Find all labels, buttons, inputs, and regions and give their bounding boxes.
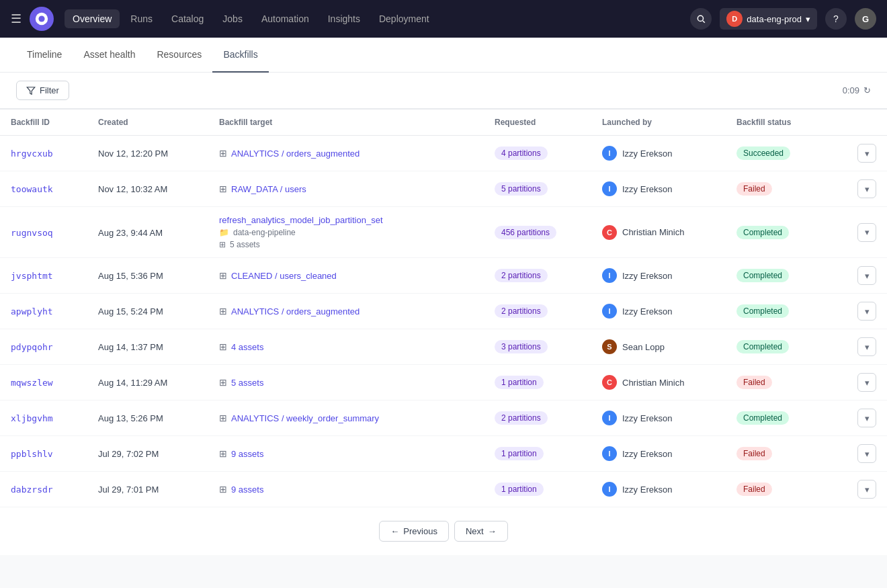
backfill-id-pdypqohr[interactable]: pdypqohr bbox=[11, 342, 53, 352]
workspace-selector[interactable]: D data-eng-prod ▾ bbox=[720, 8, 817, 30]
partition-badge: 1 partition bbox=[495, 376, 544, 389]
table-row: dabzrsdrJul 29, 7:01 PM ⊞ 9 assets 1 par… bbox=[0, 472, 887, 507]
backfill-id-dabzrsdr[interactable]: dabzrsdr bbox=[11, 485, 53, 495]
assets-icon: ⊞ bbox=[219, 341, 227, 352]
target-link[interactable]: ⊞ RAW_DATA / users bbox=[219, 183, 473, 194]
expand-button[interactable]: ▾ bbox=[857, 144, 876, 163]
tab-backfills[interactable]: Backfills bbox=[212, 38, 268, 73]
expand-button[interactable]: ▾ bbox=[857, 179, 876, 198]
nav-insights[interactable]: Insights bbox=[320, 9, 368, 28]
filter-icon bbox=[26, 86, 36, 95]
target-link[interactable]: ⊞ 5 assets bbox=[219, 377, 473, 388]
filter-button[interactable]: Filter bbox=[16, 81, 69, 100]
menu-icon[interactable]: ☰ bbox=[11, 11, 22, 26]
created-date: Jul 29, 7:01 PM bbox=[98, 485, 159, 495]
target-cell: ⊞ ANALYTICS / orders_augmented bbox=[219, 306, 473, 317]
tab-timeline[interactable]: Timeline bbox=[16, 38, 73, 73]
expand-button[interactable]: ▾ bbox=[857, 409, 876, 427]
target-link[interactable]: ⊞ 4 assets bbox=[219, 341, 473, 352]
tab-asset-health[interactable]: Asset health bbox=[73, 38, 146, 73]
assets-icon: ⊞ bbox=[219, 448, 227, 459]
help-button[interactable]: ? bbox=[825, 8, 847, 30]
pagination: ← Previous Next → bbox=[0, 507, 887, 555]
target-link[interactable]: ⊞ 9 assets bbox=[219, 448, 473, 459]
status-badge: Completed bbox=[736, 269, 789, 282]
user-name: Sean Lopp bbox=[622, 342, 665, 352]
user-name: Izzy Erekson bbox=[622, 485, 672, 495]
logo[interactable] bbox=[30, 7, 54, 31]
status-badge: Failed bbox=[736, 447, 772, 460]
target-link[interactable]: ⊞ ANALYTICS / orders_augmented bbox=[219, 148, 473, 159]
partition-badge: 1 partition bbox=[495, 482, 544, 496]
target-link[interactable]: ⊞ ANALYTICS / orders_augmented bbox=[219, 306, 473, 317]
created-date: Aug 23, 9:44 AM bbox=[98, 228, 163, 238]
backfill-id-apwplyht[interactable]: apwplyht bbox=[11, 306, 53, 317]
user-name: Izzy Erekson bbox=[622, 149, 672, 159]
col-header-launched: Launched by bbox=[591, 110, 726, 136]
user-icon: C bbox=[602, 225, 617, 240]
backfill-id-toowautk[interactable]: toowautk bbox=[11, 184, 53, 194]
created-date: Nov 12, 12:20 PM bbox=[98, 149, 168, 159]
sub-navigation: Timeline Asset health Resources Backfill… bbox=[0, 38, 887, 73]
table-icon: ⊞ bbox=[219, 148, 227, 159]
previous-button[interactable]: ← Previous bbox=[379, 521, 449, 542]
target-link[interactable]: refresh_analytics_model_job_partition_se… bbox=[219, 215, 473, 225]
backfill-id-xljbgvhm[interactable]: xljbgvhm bbox=[11, 413, 53, 423]
backfill-id-mqwszlew[interactable]: mqwszlew bbox=[11, 378, 53, 388]
launched-by: I Izzy Erekson bbox=[602, 482, 715, 497]
nav-jobs[interactable]: Jobs bbox=[214, 9, 251, 28]
partition-badge: 4 partitions bbox=[495, 146, 548, 160]
nav-overview[interactable]: Overview bbox=[65, 9, 120, 28]
launched-by: I Izzy Erekson bbox=[602, 411, 715, 425]
expand-button[interactable]: ▾ bbox=[857, 373, 876, 392]
refresh-icon[interactable]: ↻ bbox=[863, 85, 871, 95]
status-badge: Completed bbox=[736, 226, 789, 239]
filter-label: Filter bbox=[40, 85, 59, 95]
expand-button[interactable]: ▾ bbox=[857, 337, 876, 356]
expand-button[interactable]: ▾ bbox=[857, 223, 876, 242]
toolbar: Filter 0:09 ↻ bbox=[0, 73, 887, 109]
nav-links: Overview Runs Catalog Jobs Automation In… bbox=[65, 9, 685, 28]
target-link[interactable]: ⊞ CLEANED / users_cleaned bbox=[219, 270, 473, 281]
search-button[interactable] bbox=[690, 8, 712, 30]
status-badge: Failed bbox=[736, 182, 772, 196]
user-icon: I bbox=[602, 446, 617, 461]
nav-runs[interactable]: Runs bbox=[122, 9, 161, 28]
nav-catalog[interactable]: Catalog bbox=[163, 9, 212, 28]
expand-button[interactable]: ▾ bbox=[857, 302, 876, 321]
nav-right: D data-eng-prod ▾ ? G bbox=[690, 8, 876, 30]
user-icon: I bbox=[602, 146, 617, 161]
col-header-status: Backfill status bbox=[726, 110, 847, 136]
user-avatar[interactable]: G bbox=[855, 8, 876, 30]
created-date: Aug 14, 11:29 AM bbox=[98, 378, 167, 388]
backfill-id-hrgvcxub[interactable]: hrgvcxub bbox=[11, 149, 53, 159]
svg-point-1 bbox=[38, 15, 44, 22]
timer-display: 0:09 ↻ bbox=[843, 85, 871, 95]
assets-icon: ⊞ bbox=[219, 484, 227, 495]
backfill-id-jvsphtmt[interactable]: jvsphtmt bbox=[11, 271, 53, 281]
expand-button[interactable]: ▾ bbox=[857, 266, 876, 285]
partition-badge: 456 partitions bbox=[495, 226, 556, 239]
created-date: Aug 15, 5:24 PM bbox=[98, 306, 163, 317]
table-icon: ⊞ bbox=[219, 306, 227, 317]
nav-deployment[interactable]: Deployment bbox=[371, 9, 437, 28]
expand-button[interactable]: ▾ bbox=[857, 444, 876, 463]
status-badge: Succeeded bbox=[736, 146, 790, 160]
user-icon: S bbox=[602, 339, 617, 354]
created-date: Nov 12, 10:32 AM bbox=[98, 184, 167, 194]
backfill-id-rugnvsoq[interactable]: rugnvsoq bbox=[11, 228, 53, 238]
expand-button[interactable]: ▾ bbox=[857, 480, 876, 499]
partition-badge: 2 partitions bbox=[495, 269, 548, 282]
target-link[interactable]: ⊞ ANALYTICS / weekly_order_summary bbox=[219, 413, 473, 423]
backfill-id-ppblshlv[interactable]: ppblshlv bbox=[11, 449, 53, 459]
launched-by: I Izzy Erekson bbox=[602, 446, 715, 461]
target-link[interactable]: ⊞ 9 assets bbox=[219, 484, 473, 495]
backfills-table: Backfill ID Created Backfill target Requ… bbox=[0, 110, 887, 507]
table-row: apwplyhtAug 15, 5:24 PM ⊞ ANALYTICS / or… bbox=[0, 294, 887, 329]
nav-automation[interactable]: Automation bbox=[253, 9, 317, 28]
partition-badge: 5 partitions bbox=[495, 182, 548, 196]
top-navigation: ☰ Overview Runs Catalog Jobs Automation … bbox=[0, 0, 887, 38]
next-button[interactable]: Next → bbox=[454, 521, 508, 542]
tab-resources[interactable]: Resources bbox=[146, 38, 212, 73]
table-row: pdypqohrAug 14, 1:37 PM ⊞ 4 assets 3 par… bbox=[0, 329, 887, 365]
